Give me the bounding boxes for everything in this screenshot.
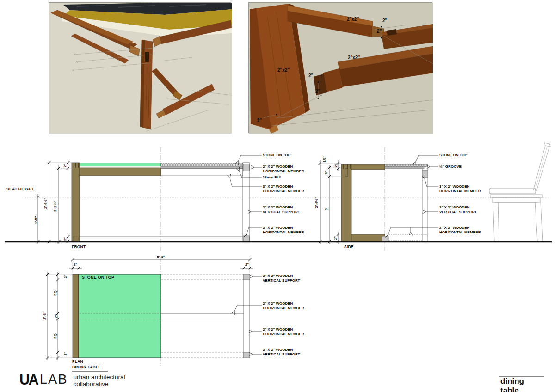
annotation: 3" X 2" WOODEN HORIZONTAL MEMBER — [439, 184, 481, 194]
dim-label: 2'-2½" — [53, 201, 57, 212]
annotation: 2" X 2" WOODEN HORIZONTAL MEMBER — [439, 226, 481, 235]
dim-label: 2" — [54, 314, 58, 318]
firm-name-line1: urban architectural — [74, 374, 125, 380]
dim-label: 2" — [63, 164, 67, 167]
annotation: ½" GROOVE — [439, 165, 462, 169]
dim-label: 2' — [324, 208, 328, 210]
seat-height-label: SEAT HEIGHT — [6, 187, 34, 192]
dim-label: 2'-6" — [43, 312, 47, 319]
annotation: 2" X 2" WOODEN VERTICAL SUPPORT — [263, 348, 300, 357]
dim-label: 2" — [74, 263, 77, 267]
dim-label: 5'-3" — [157, 255, 165, 259]
chair-outline — [489, 143, 550, 241]
dim-label: 2" — [333, 236, 338, 240]
firm-logo: UA LAB urban architectural collaborative — [19, 373, 125, 388]
plan-view — [73, 274, 250, 358]
plan-caption-title: DINING TABLE — [72, 365, 101, 369]
side-elevation — [341, 164, 428, 241]
side-dimensions — [318, 160, 342, 244]
annotation: 2" X 2" WOODEN VERTICAL SUPPORT — [263, 205, 300, 215]
annotation: 2" X 2" WOODEN VERTICAL SUPPORT — [439, 205, 477, 215]
annotation: 3" X 2" WOODEN HORIZONTAL MEMBER — [263, 184, 304, 194]
annotation: 2" X 2" WOODEN HORIZONTAL MEMBER — [263, 226, 304, 235]
dim-label: 2" — [334, 164, 338, 167]
annotation: 2" X 2" WOODEN HORIZONTAL MEMBER — [263, 301, 304, 311]
dim-label: 1'-5" — [34, 216, 38, 224]
front-elevation — [72, 163, 250, 242]
dim-label: EQ — [53, 333, 57, 339]
drawing-sheet: { "sheet": { "title": "dining table" }, … — [0, 0, 555, 392]
dim-label: 2" — [245, 263, 249, 267]
dim-label: 2'-4½" — [43, 198, 48, 209]
annotation: 2" X 2" WOODEN HORIZONTAL MEMBER — [263, 165, 304, 174]
sheet-title: dining table — [500, 376, 544, 392]
dim-label: 2" — [63, 237, 67, 241]
dim-label: 1½" — [322, 156, 327, 163]
annotation: 2" X 2" WOODEN HORIZONTAL MEMBER — [263, 327, 304, 337]
dim-label: 2" — [63, 275, 68, 278]
firm-name-line2: collaborative — [74, 380, 109, 387]
logo-ua-mark: UA — [19, 373, 37, 387]
plan-stone-label: STONE ON TOP — [82, 275, 114, 280]
dim-label: 2" — [63, 352, 68, 355]
front-caption: FRONT — [72, 245, 86, 249]
annotation: 2" X 2" WOODEN VERTICAL SUPPORT — [263, 274, 300, 283]
annotation: STONE ON TOP — [263, 153, 290, 158]
annotation: STONE ON TOP — [439, 153, 467, 158]
firm-name: urban architectural collaborative — [74, 374, 125, 388]
annotation: 18mm PLY — [263, 175, 281, 180]
dim-label: EQ — [53, 290, 57, 296]
side-caption: SIDE — [344, 245, 354, 249]
dim-label: 2'-4½" — [314, 197, 319, 208]
dim-label: 3" — [324, 171, 328, 174]
plan-caption: PLAN — [72, 359, 83, 364]
logo-lab-mark: LAB — [40, 373, 68, 386]
